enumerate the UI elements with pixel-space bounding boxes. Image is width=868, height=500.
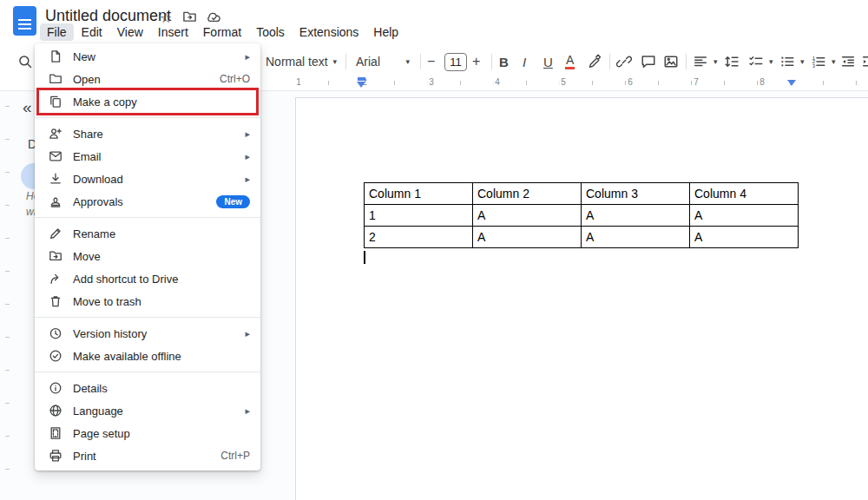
document-title[interactable]: Untitled document <box>45 7 171 25</box>
decrease-font-size-button[interactable]: − <box>427 47 435 76</box>
decrease-indent-icon[interactable] <box>840 47 856 76</box>
collapse-outline-icon[interactable]: « <box>23 98 32 117</box>
table-cell[interactable]: Column 1 <box>365 183 473 205</box>
menu-item-language[interactable]: Language ▸ <box>35 399 260 422</box>
font-size-input[interactable]: 11 <box>444 47 467 76</box>
move-to-folder-icon[interactable] <box>182 10 197 24</box>
menu-item-move[interactable]: Move <box>35 245 260 267</box>
toolbar-divider <box>609 54 610 69</box>
menu-format[interactable]: Format <box>196 23 248 41</box>
menu-file[interactable]: File <box>40 23 74 41</box>
document-status-cloud-icon[interactable] <box>207 10 221 24</box>
table-cell[interactable]: 2 <box>365 227 473 248</box>
globe-icon <box>49 404 62 418</box>
toolbar-divider <box>491 54 492 69</box>
vertical-ruler <box>5 106 10 497</box>
left-indent-marker[interactable] <box>357 82 365 88</box>
bulleted-list-dropdown[interactable]: ▾ <box>779 47 805 76</box>
underline-button[interactable]: U <box>543 47 553 76</box>
menu-item-approvals[interactable]: Approvals New <box>35 190 260 213</box>
email-icon <box>49 149 62 163</box>
menu-item-rename[interactable]: Rename <box>35 222 260 245</box>
menu-view[interactable]: View <box>110 23 150 41</box>
menu-item-print[interactable]: Print Ctrl+P <box>35 444 260 467</box>
text-cursor <box>364 251 365 264</box>
add-comment-icon[interactable] <box>641 47 656 76</box>
table-cell[interactable]: A <box>582 227 690 248</box>
ruler-number: 8 <box>758 77 766 87</box>
insert-link-icon[interactable] <box>616 47 632 76</box>
submenu-arrow-icon: ▸ <box>245 128 250 140</box>
menu-item-share[interactable]: Share ▸ <box>35 122 260 145</box>
document-page[interactable]: Column 1 Column 2 Column 3 Column 4 1 A … <box>295 97 868 500</box>
menu-item-download[interactable]: Download ▸ <box>35 168 260 190</box>
table-cell[interactable]: A <box>582 205 690 227</box>
table-cell[interactable]: A <box>473 227 582 248</box>
bold-button[interactable]: B <box>499 47 509 76</box>
menu-item-label: Print <box>73 450 220 463</box>
right-indent-marker[interactable] <box>787 80 796 86</box>
menu-help[interactable]: Help <box>366 23 405 41</box>
document-table[interactable]: Column 1 Column 2 Column 3 Column 4 1 A … <box>364 182 799 248</box>
menu-item-add-shortcut-to-drive[interactable]: Add shortcut to Drive <box>35 267 260 290</box>
table-cell[interactable]: 1 <box>365 205 473 227</box>
copy-icon <box>49 95 62 109</box>
table-cell[interactable]: Column 3 <box>582 183 690 205</box>
menu-edit[interactable]: Edit <box>75 23 109 41</box>
folder-open-icon <box>49 72 62 86</box>
menu-item-label: Language <box>73 405 245 418</box>
printer-icon <box>49 449 62 463</box>
table-cell[interactable]: A <box>473 205 582 227</box>
text-color-letter: A <box>565 54 575 69</box>
checklist-icon <box>748 54 764 69</box>
insert-image-icon[interactable] <box>663 47 679 76</box>
text-color-button[interactable]: A <box>565 47 575 76</box>
menu-item-label: Share <box>73 128 245 141</box>
increase-indent-icon[interactable] <box>861 47 868 76</box>
font-size-value[interactable]: 11 <box>444 53 467 71</box>
italic-button[interactable]: I <box>523 47 526 76</box>
line-spacing-icon[interactable] <box>724 47 740 76</box>
table-cell[interactable]: A <box>690 227 799 248</box>
menu-item-new[interactable]: New ▸ <box>35 45 260 68</box>
search-menus-icon[interactable] <box>17 47 33 76</box>
numbered-list-icon: 123 <box>811 54 826 69</box>
table-header-row: Column 1 Column 2 Column 3 Column 4 <box>365 183 799 205</box>
trash-icon <box>49 294 62 308</box>
paragraph-style-dropdown[interactable]: Normal text ▾ <box>266 47 337 76</box>
menu-tools[interactable]: Tools <box>249 23 292 41</box>
font-family-dropdown[interactable]: Arial ▾ <box>356 47 410 76</box>
menu-bar: File Edit View Insert Format Tools Exten… <box>40 23 406 41</box>
menu-item-version-history[interactable]: Version history ▸ <box>35 322 260 345</box>
menu-item-move-to-trash[interactable]: Move to trash <box>35 290 260 312</box>
ruler-number: 1 <box>294 77 303 87</box>
menu-item-make-a-copy[interactable]: Make a copy <box>35 90 260 113</box>
menu-divider <box>35 217 260 218</box>
page-setup-icon <box>49 426 62 440</box>
menu-insert[interactable]: Insert <box>151 23 195 41</box>
menu-item-label: Make a copy <box>73 95 250 109</box>
checklist-dropdown[interactable]: ▾ <box>748 47 773 76</box>
increase-font-size-button[interactable]: + <box>472 47 480 76</box>
toolbar-divider <box>420 54 421 69</box>
menu-item-make-available-offline[interactable]: Make available offline <box>35 345 260 367</box>
table-cell[interactable]: A <box>690 205 799 227</box>
menu-item-page-setup[interactable]: Page setup <box>35 422 260 444</box>
google-docs-logo[interactable] <box>13 6 36 36</box>
highlight-color-icon[interactable] <box>588 47 603 76</box>
style-value: Normal text <box>266 55 328 69</box>
chevron-down-icon: ▾ <box>405 57 410 66</box>
menu-extensions[interactable]: Extensions <box>293 23 365 41</box>
chevron-down-icon: ▾ <box>769 57 773 66</box>
first-line-indent-marker[interactable] <box>358 77 365 81</box>
menu-item-email[interactable]: Email ▸ <box>35 145 260 168</box>
table-cell[interactable]: Column 4 <box>690 183 799 205</box>
align-dropdown[interactable]: ▾ <box>693 47 718 76</box>
approvals-icon <box>49 194 62 208</box>
menu-item-open[interactable]: Open Ctrl+O <box>35 68 260 90</box>
menu-divider <box>35 317 260 318</box>
menu-item-details[interactable]: Details <box>35 377 260 399</box>
submenu-arrow-icon: ▸ <box>245 174 250 185</box>
numbered-list-dropdown[interactable]: 123 ▾ <box>811 47 836 76</box>
table-cell[interactable]: Column 2 <box>473 183 582 205</box>
